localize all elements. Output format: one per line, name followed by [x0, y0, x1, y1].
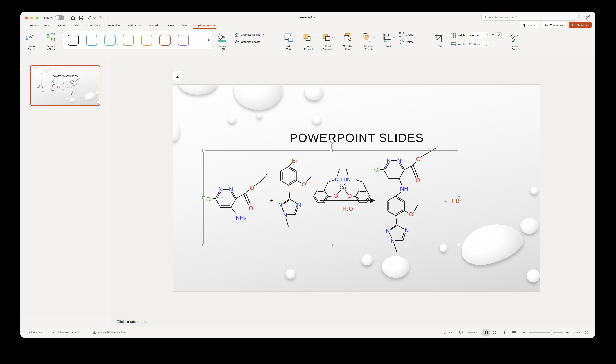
tab-insert[interactable]: Insert [44, 23, 52, 28]
height-stepper[interactable] [486, 34, 488, 37]
selection-pane-button[interactable]: Selection Pane [339, 31, 357, 51]
style-swatch-5[interactable] [141, 35, 152, 46]
tab-design[interactable]: Design [71, 23, 80, 28]
normal-view-button[interactable] [482, 329, 490, 336]
record-button[interactable]: Record [520, 22, 539, 28]
group-button[interactable]: Group [399, 32, 428, 38]
change-graphic-icon [25, 33, 36, 43]
tab-slide-show[interactable]: Slide Show [128, 23, 142, 28]
tab-graphics-format[interactable]: Graphics Format [193, 23, 216, 28]
zoom-slider-knob[interactable] [550, 330, 554, 334]
graphics-outline-button[interactable]: Graphics Outline [234, 32, 277, 38]
atom-NH: NH [61, 83, 62, 84]
slideshow-view-button[interactable] [510, 329, 518, 336]
gallery-more-icon[interactable] [207, 39, 210, 41]
crop-button[interactable]: Crop [432, 31, 449, 48]
search-input[interactable]: Search (Cmd + Ctrl + U) [481, 14, 578, 21]
account-presence-icon[interactable] [585, 15, 590, 20]
notes-pane[interactable]: Click to add notes [110, 316, 595, 327]
atom-Br: Br [53, 80, 54, 81]
slide-content: POWERPOINT SLIDES [31, 66, 100, 105]
ribbon-divider [279, 32, 279, 54]
reading-view-button[interactable] [501, 329, 508, 336]
width-input[interactable]: 23.56 cm [467, 41, 489, 48]
atom-Cu: Cu [62, 85, 63, 86]
change-graphic-button[interactable]: Change Graphic [23, 31, 40, 51]
convert-to-shape-icon [46, 33, 56, 43]
share-button[interactable]: Share [568, 22, 591, 28]
aspect-bracket-top-icon [491, 34, 495, 37]
zoom-percent[interactable]: 106% [574, 331, 580, 334]
language-selector[interactable]: English (United States) [53, 331, 80, 334]
alt-text-icon [284, 33, 293, 42]
lock-aspect-ratio-checkbox[interactable] [497, 32, 502, 38]
send-backward-button[interactable]: Send Backward [319, 31, 337, 51]
graphics-outline-icon [234, 32, 239, 38]
graphics-effects-icon [234, 39, 239, 45]
tab-draw[interactable]: Draw [58, 23, 65, 28]
fullscreen-icon[interactable] [585, 331, 589, 335]
bubble-decoration [84, 91, 97, 101]
chevron-down-icon [36, 37, 39, 39]
comments-button[interactable]: Comments [542, 22, 566, 28]
style-swatch-6[interactable] [159, 35, 170, 46]
width-stepper[interactable] [485, 42, 487, 46]
bring-forward-icon [302, 33, 312, 42]
style-swatch-4[interactable] [123, 35, 134, 46]
tab-transitions[interactable]: Transitions [87, 23, 101, 28]
zoom-in-icon[interactable] [565, 331, 569, 335]
graphics-effects-button[interactable]: Graphics Effects [234, 39, 277, 45]
graphics-fill-label-2: Fill [222, 48, 225, 51]
height-input[interactable]: 8.68 cm [468, 32, 490, 39]
comments-toggle-button[interactable]: Comments [459, 331, 478, 335]
tab-home[interactable]: Home [30, 23, 38, 28]
atom-N: N [71, 80, 71, 81]
rotate-icon [399, 39, 405, 45]
slide-canvas[interactable]: POWERPOINT SLIDES [173, 85, 540, 291]
atom-O: O [347, 193, 352, 199]
bubble-decoration [66, 98, 68, 100]
rotate-button[interactable]: Rotate [399, 39, 428, 45]
reaction-scheme-graphic[interactable]: N N Cl O O NH₂ + [204, 151, 459, 245]
tab-review[interactable]: Review [164, 23, 174, 28]
slide-thumbnail[interactable]: POWERPOINT SLIDES [30, 65, 100, 106]
graphics-fill-button[interactable]: Graphics Fill [214, 31, 232, 51]
atom-HN: HN [63, 83, 64, 84]
accessibility-status[interactable]: Accessibility: Investigate [98, 331, 127, 334]
chemical-reaction-drawing: N N Cl O O NH₂ + [204, 151, 459, 245]
slide-editor: POWERPOINT SLIDES [110, 57, 595, 316]
reagent-H2O: H₂O [342, 206, 353, 212]
slide-sorter-view-button[interactable] [492, 329, 499, 336]
align-label: Align [386, 45, 392, 48]
format-pane-button[interactable]: Format Pane [506, 31, 523, 51]
style-swatch-3[interactable] [104, 35, 116, 46]
format-pane-icon [510, 33, 520, 43]
ribbon-tabs: Home Insert Draw Design Transitions Anim… [30, 22, 216, 29]
atom-N: N [39, 85, 40, 86]
tab-record[interactable]: Record [148, 23, 158, 28]
zoom-out-icon[interactable] [522, 331, 526, 335]
atom-N: N [297, 202, 301, 208]
style-swatch-1[interactable] [68, 35, 79, 46]
notes-toggle-button[interactable]: Notes [442, 331, 455, 335]
bubble-decoration [456, 217, 527, 271]
tab-view[interactable]: View [180, 23, 187, 28]
chevron-down-icon [415, 41, 417, 43]
atom-N: N [397, 157, 401, 164]
align-button[interactable]: Align [380, 31, 397, 48]
atom-O: O [61, 87, 62, 88]
chevron-down-icon [262, 34, 264, 36]
tab-animations[interactable]: Animations [107, 23, 122, 28]
slide-title[interactable]: POWERPOINT SLIDES [173, 131, 540, 144]
slide-sorter-icon [493, 330, 498, 335]
reorder-objects-button[interactable]: Reorder Objects [359, 31, 379, 51]
reading-view-icon [502, 330, 507, 335]
bring-forward-button[interactable]: Bring Forward [300, 31, 317, 51]
copilot-button[interactable] [173, 71, 183, 81]
height-value: 8.68 cm [470, 34, 479, 37]
convert-to-shape-button[interactable]: Convert to Shape [42, 31, 59, 51]
style-swatch-2[interactable] [86, 35, 97, 46]
alt-text-button[interactable]: Alt Text [281, 31, 296, 51]
zoom-slider[interactable] [529, 332, 563, 333]
style-swatch-7[interactable] [178, 35, 189, 46]
